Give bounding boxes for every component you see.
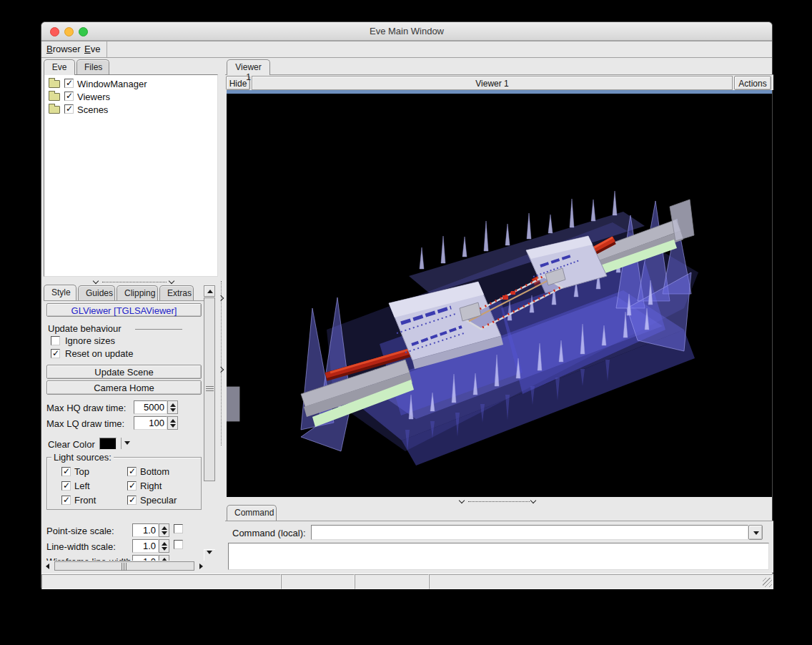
command-label: Command (local): bbox=[232, 528, 306, 538]
light-front-checkbox[interactable] bbox=[61, 496, 71, 505]
scroll-right-icon[interactable] bbox=[199, 563, 203, 569]
menu-browser[interactable]: Browser bbox=[46, 44, 81, 54]
clear-color-label: Clear Color bbox=[48, 439, 95, 450]
spinner-arrows[interactable] bbox=[159, 539, 169, 553]
light-front-label: Front bbox=[74, 495, 96, 506]
glviewer-label: GLViewer [TGLSAViewer] bbox=[71, 305, 177, 316]
update-behaviour-label: Update behaviour bbox=[48, 323, 122, 334]
spinner-arrows[interactable] bbox=[167, 416, 178, 430]
tree-label-scenes[interactable]: Scenes bbox=[77, 104, 108, 115]
wireframe-value[interactable]: 1.0 bbox=[132, 555, 159, 561]
scroll-left-icon[interactable] bbox=[46, 563, 49, 569]
spin-up-icon[interactable] bbox=[162, 542, 167, 546]
tree-label-viewers[interactable]: Viewers bbox=[77, 92, 110, 102]
actions-button[interactable]: Actions bbox=[734, 76, 771, 90]
spin-down-icon[interactable] bbox=[162, 547, 167, 551]
gl-viewport[interactable] bbox=[227, 94, 772, 497]
light-right-checkbox[interactable] bbox=[127, 481, 137, 491]
resize-grip-icon[interactable] bbox=[763, 578, 772, 587]
tab-files[interactable]: Files bbox=[76, 59, 109, 74]
spin-up-icon[interactable] bbox=[170, 419, 176, 423]
spinner-arrows[interactable] bbox=[167, 400, 178, 414]
window-title: Eve Main Window bbox=[41, 26, 772, 36]
command-output[interactable] bbox=[228, 543, 769, 570]
scroll-down-icon bbox=[207, 551, 212, 554]
max-hq-label: Max HQ draw time: bbox=[46, 403, 126, 413]
tree-item-windowmanager[interactable]: WindowManager bbox=[47, 78, 217, 91]
glviewer-button[interactable]: GLViewer [TGLSAViewer] bbox=[46, 303, 202, 317]
clear-color-swatch[interactable] bbox=[99, 438, 117, 450]
titlebar[interactable]: Eve Main Window bbox=[41, 22, 772, 41]
spinner-arrows[interactable] bbox=[159, 523, 169, 537]
scroll-down-button[interactable] bbox=[204, 549, 215, 561]
splitter-arrow-icon bbox=[218, 295, 224, 301]
ignore-sizes-checkbox[interactable] bbox=[51, 336, 60, 345]
tree-label-windowmanager[interactable]: WindowManager bbox=[77, 79, 147, 89]
light-left-checkbox[interactable] bbox=[61, 481, 71, 491]
line-width-checkbox[interactable] bbox=[174, 540, 183, 549]
tab-eve[interactable]: Eve bbox=[44, 59, 75, 75]
command-splitter[interactable] bbox=[225, 498, 773, 505]
splitter-arrow-icon bbox=[218, 367, 224, 373]
command-panel: Command (local): bbox=[225, 521, 773, 573]
max-lq-value[interactable]: 100 bbox=[134, 416, 167, 430]
vertical-splitter[interactable] bbox=[218, 59, 225, 571]
light-top-checkbox[interactable] bbox=[61, 467, 71, 476]
tree-checkbox-windowmanager[interactable] bbox=[64, 79, 74, 88]
tab-style[interactable]: Style bbox=[44, 285, 76, 300]
reset-on-update-checkbox[interactable] bbox=[51, 349, 60, 358]
clear-color-dropdown-icon[interactable] bbox=[124, 441, 130, 445]
dropdown-arrow-icon bbox=[753, 531, 759, 535]
splitter-arrow-icon bbox=[93, 278, 99, 284]
spinner-arrows[interactable] bbox=[159, 555, 169, 561]
light-sources-title: Light sources: bbox=[51, 452, 114, 463]
folder-icon bbox=[49, 80, 60, 88]
tree-item-viewers[interactable]: Viewers bbox=[47, 91, 217, 104]
line-width-value[interactable]: 1.0 bbox=[132, 539, 159, 553]
tab-extras[interactable]: Extras bbox=[159, 285, 194, 300]
update-scene-button[interactable]: Update Scene bbox=[46, 365, 202, 379]
splitter-arrow-icon bbox=[530, 498, 536, 503]
update-behaviour-rule bbox=[135, 329, 182, 330]
tab-command[interactable]: Command bbox=[227, 505, 277, 521]
tree-checkbox-viewers[interactable] bbox=[64, 92, 74, 101]
command-dropdown-button[interactable] bbox=[748, 525, 763, 540]
splitter-arrow-icon bbox=[459, 498, 465, 503]
light-bottom-checkbox[interactable] bbox=[127, 467, 137, 476]
max-lq-label: Max LQ draw time: bbox=[46, 418, 124, 429]
command-input[interactable] bbox=[311, 525, 748, 540]
menu-divider bbox=[107, 41, 107, 57]
light-right-label: Right bbox=[140, 481, 162, 491]
folder-icon bbox=[49, 106, 60, 114]
tab-viewer-1[interactable]: Viewer 1 bbox=[227, 59, 270, 75]
viewer-toolbar: Hide Viewer 1 Actions bbox=[225, 74, 773, 90]
point-size-checkbox[interactable] bbox=[174, 524, 183, 533]
point-size-value[interactable]: 1.0 bbox=[132, 523, 159, 537]
light-bottom-label: Bottom bbox=[140, 466, 169, 477]
viewer-title-bar[interactable]: Viewer 1 bbox=[252, 76, 733, 90]
status-cell bbox=[355, 574, 429, 589]
light-specular-checkbox[interactable] bbox=[127, 496, 137, 505]
spin-down-icon[interactable] bbox=[162, 531, 167, 535]
spin-down-icon[interactable] bbox=[170, 408, 176, 412]
tab-guides[interactable]: Guides bbox=[78, 285, 115, 300]
spin-down-icon[interactable] bbox=[170, 424, 176, 428]
horizontal-scrollbar[interactable] bbox=[44, 561, 207, 571]
spin-up-icon[interactable] bbox=[162, 526, 167, 530]
tree-item-scenes[interactable]: Scenes bbox=[47, 104, 217, 117]
light-top-label: Top bbox=[74, 466, 89, 477]
menu-eve[interactable]: Eve bbox=[84, 44, 100, 54]
scrollbar-grip bbox=[122, 563, 128, 571]
line-width-label: Line-width scale: bbox=[46, 541, 116, 552]
camera-home-button[interactable]: Camera Home bbox=[46, 380, 202, 395]
spin-up-icon[interactable] bbox=[170, 403, 176, 407]
tree-checkbox-scenes[interactable] bbox=[64, 104, 74, 114]
tab-clipping[interactable]: Clipping bbox=[117, 285, 158, 300]
vertical-scrollbar-thumb[interactable] bbox=[204, 297, 215, 481]
horizontal-scrollbar-thumb[interactable] bbox=[54, 561, 194, 571]
max-hq-value[interactable]: 5000 bbox=[134, 400, 167, 414]
point-size-label: Point-size scale: bbox=[46, 526, 114, 536]
scroll-up-button[interactable] bbox=[204, 285, 215, 297]
color-picker-separator bbox=[121, 438, 122, 449]
light-left-label: Left bbox=[74, 481, 90, 491]
